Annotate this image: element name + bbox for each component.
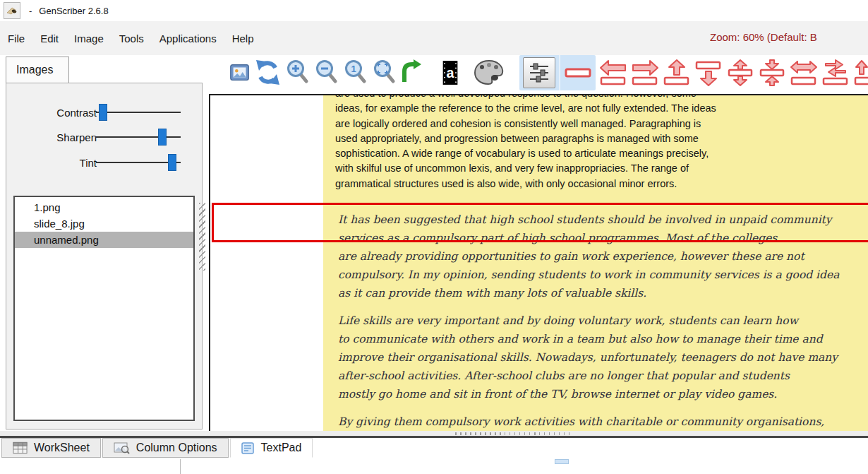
vertical-splitter[interactable]: [199, 203, 205, 271]
line-move-left-icon[interactable]: [599, 57, 627, 89]
textpad-selection-chip: [555, 459, 569, 464]
line-shrink-vertical-icon[interactable]: [758, 57, 786, 89]
reload-icon[interactable]: [255, 57, 282, 89]
menu-help[interactable]: Help: [224, 28, 262, 49]
text-document-icon: [241, 442, 255, 454]
typed-line: ideas, for example the reference to the …: [335, 101, 868, 116]
document-image-viewport[interactable]: are used to produce a well developed res…: [209, 94, 868, 432]
typed-line-clipped: are used to produce a well developed res…: [335, 95, 868, 101]
tab-images[interactable]: Images: [6, 57, 69, 83]
zoom-out-icon[interactable]: [314, 57, 339, 89]
handwritten-line: compulsory. In my opinion, sending stude…: [338, 266, 868, 284]
tab-column-options[interactable]: Column Options: [102, 438, 229, 458]
typed-line: used appropriately, and progression betw…: [335, 131, 868, 146]
line-expand-horizontal-icon[interactable]: [790, 57, 818, 89]
typed-paragraph: are used to produce a well developed res…: [335, 95, 868, 191]
menu-file[interactable]: File: [0, 28, 32, 49]
title-bar: - GenScriber 2.6.8: [0, 0, 868, 21]
genscriber-window: { "window": { "prefix": "-", "title": "G…: [0, 0, 868, 474]
invert-text-icon[interactable]: a: [439, 57, 462, 89]
line-selection-box[interactable]: [212, 203, 868, 242]
table-icon: [13, 442, 28, 454]
handwritten-line: mostly go home and sit in front of the T…: [338, 385, 868, 403]
menu-applications[interactable]: Applications: [152, 28, 224, 49]
handwritten-text: It has been suggested that high school s…: [338, 211, 868, 432]
image-search-icon: [114, 442, 130, 454]
contrast-slider[interactable]: [96, 104, 181, 121]
tab-worksheet[interactable]: WorkSheet: [1, 438, 101, 458]
handwritten-line: By giving them compulsory work activitie…: [338, 413, 868, 431]
bottom-tab-bar: WorkSheet Column Options TextPad: [0, 438, 868, 459]
list-item-1png[interactable]: 1.png: [15, 199, 193, 215]
handwritten-line: are already providing opportunities to g…: [338, 247, 868, 266]
line-auto-height-icon[interactable]: A: [853, 57, 868, 89]
handwritten-line: improve their organisational skills. Now…: [338, 348, 868, 367]
tab-textpad-label: TextPad: [261, 442, 302, 454]
line-move-down-icon[interactable]: [694, 57, 723, 89]
line-move-right-icon[interactable]: [631, 57, 659, 89]
textpad-content-strip: [0, 459, 868, 474]
image-file-list: 1.png slide_8.jpg unnamed.png: [13, 196, 195, 421]
line-swap-icon[interactable]: [821, 57, 850, 89]
svg-text:a: a: [447, 65, 455, 81]
tab-worksheet-label: WorkSheet: [34, 442, 90, 454]
sharpen-slider-label: Sharpen: [12, 131, 97, 143]
rotate-icon[interactable]: [401, 57, 422, 89]
typed-line: with skilful use of uncommon lexis, and …: [335, 161, 868, 176]
splitter-grip[interactable]: [455, 432, 570, 435]
menu-image[interactable]: Image: [66, 28, 111, 49]
handwritten-line: to communicate with others and work in a…: [338, 330, 868, 348]
line-select-icon[interactable]: [559, 55, 596, 90]
sharpen-slider[interactable]: [96, 129, 181, 146]
app-logo-icon: [4, 2, 20, 19]
handwritten-line: after-school activities. After-school cl…: [338, 367, 868, 385]
menu-edit[interactable]: Edit: [32, 28, 66, 49]
toolbar-highlight-group: [519, 55, 596, 90]
tab-column-options-label: Column Options: [136, 442, 217, 454]
tab-textpad[interactable]: TextPad: [230, 438, 313, 458]
palette-icon[interactable]: [473, 57, 505, 89]
handwritten-paragraph-2: Life skills are very important and by do…: [338, 312, 868, 403]
images-panel: Contrast Sharpen Tint 1.png slide_8.jpg …: [6, 83, 203, 429]
typed-line: grammatical structures used is also wide…: [335, 177, 868, 191]
list-item-unnamedpng[interactable]: unnamed.png: [15, 232, 193, 248]
zoom-in-icon[interactable]: [285, 57, 311, 89]
sharpen-slider-handle[interactable]: [158, 129, 167, 146]
tint-slider-label: Tint: [12, 157, 97, 169]
zoom-actual-size-icon[interactable]: 1: [343, 57, 368, 89]
tint-slider-handle[interactable]: [168, 154, 176, 171]
handwritten-line: as it can provide them with many lots of…: [338, 284, 868, 302]
zoom-level-label: Zoom: 60% (Default: B: [710, 31, 817, 43]
window-title: GenScriber 2.6.8: [39, 6, 108, 16]
handwritten-line: Life skills are very important and by do…: [338, 312, 868, 330]
textpad-column-divider: [180, 459, 181, 474]
menu-tools[interactable]: Tools: [111, 28, 152, 49]
zoom-fit-icon[interactable]: [372, 57, 397, 89]
tint-slider[interactable]: [96, 154, 181, 171]
toolbar: 1 a: [229, 55, 868, 90]
line-move-up-icon[interactable]: [663, 57, 691, 89]
open-image-icon[interactable]: [229, 57, 251, 89]
line-options-icon[interactable]: [519, 55, 559, 90]
horizontal-splitter[interactable]: [0, 431, 868, 436]
contrast-slider-handle[interactable]: [99, 104, 107, 121]
title-prefix: -: [29, 6, 32, 16]
typed-line: are logically ordered and cohesion is co…: [335, 117, 868, 131]
typed-line: sophistication. A wide range of vocabula…: [335, 146, 868, 161]
scanned-page: are used to produce a well developed res…: [323, 95, 868, 432]
svg-text:1: 1: [351, 64, 356, 74]
handwritten-paragraph-3: By giving them compulsory work activitie…: [338, 413, 868, 432]
list-item-slide8jpg[interactable]: slide_8.jpg: [15, 215, 193, 232]
contrast-slider-label: Contrast: [12, 107, 97, 119]
line-expand-vertical-icon[interactable]: [726, 57, 754, 89]
